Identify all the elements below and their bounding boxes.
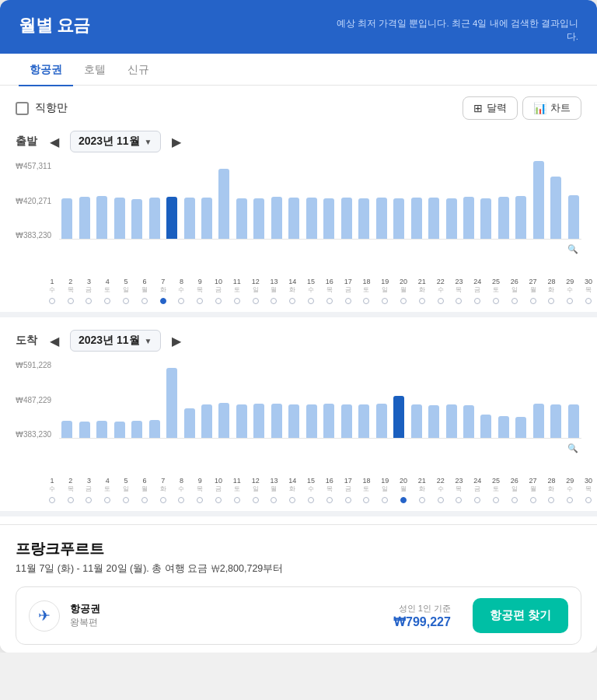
dot-wrap[interactable] xyxy=(451,298,468,304)
dot-wrap[interactable] xyxy=(340,497,357,503)
dot-wrap[interactable] xyxy=(229,298,246,304)
chart-dot[interactable] xyxy=(160,298,166,304)
chart-dot[interactable] xyxy=(49,298,55,304)
chart-dot[interactable] xyxy=(493,497,499,503)
chart-dot[interactable] xyxy=(511,497,518,503)
dot-wrap[interactable] xyxy=(191,497,208,503)
bar-wrap[interactable] xyxy=(181,198,197,239)
depart-month-selector[interactable]: 2023년 11월 ▼ xyxy=(70,131,161,152)
bar-wrap[interactable] xyxy=(234,198,250,239)
dot-wrap[interactable] xyxy=(432,298,449,304)
dot-wrap[interactable] xyxy=(358,298,375,304)
dot-wrap[interactable] xyxy=(414,497,431,503)
dot-wrap[interactable] xyxy=(284,497,301,503)
chart-dot[interactable] xyxy=(530,497,536,503)
bar-wrap[interactable] xyxy=(478,415,494,438)
dot-wrap[interactable] xyxy=(117,497,134,503)
chart-dot[interactable] xyxy=(289,298,295,304)
bar-wrap[interactable] xyxy=(373,198,389,239)
chart-dot[interactable] xyxy=(104,298,110,304)
bar-wrap[interactable] xyxy=(304,198,319,239)
dot-wrap[interactable] xyxy=(155,298,172,304)
chart-dot[interactable] xyxy=(160,497,166,503)
chart-dot[interactable] xyxy=(86,298,92,304)
bar-wrap[interactable] xyxy=(269,197,285,239)
bar-wrap[interactable] xyxy=(426,198,442,239)
dot-wrap[interactable] xyxy=(321,298,338,304)
chart-dot[interactable] xyxy=(363,298,369,304)
chart-dot[interactable] xyxy=(400,497,407,503)
chart-dot[interactable] xyxy=(326,298,333,304)
chart-dot[interactable] xyxy=(456,497,462,503)
dot-wrap[interactable] xyxy=(44,497,61,503)
chart-dot[interactable] xyxy=(511,298,518,304)
bar-wrap[interactable] xyxy=(304,404,319,438)
bar-wrap[interactable] xyxy=(199,198,215,239)
bar-wrap[interactable] xyxy=(76,197,92,239)
dot-wrap[interactable] xyxy=(62,298,79,304)
bar-wrap[interactable] xyxy=(496,416,511,438)
dot-wrap[interactable] xyxy=(117,298,134,304)
bar-wrap[interactable] xyxy=(164,197,180,239)
chart-dot[interactable] xyxy=(271,298,277,304)
chart-dot[interactable] xyxy=(253,497,259,503)
chart-dot[interactable] xyxy=(438,298,444,304)
bar-wrap[interactable] xyxy=(548,404,564,438)
dot-wrap[interactable] xyxy=(302,497,319,503)
chart-view-button[interactable]: 📊 차트 xyxy=(522,96,581,120)
find-flights-button[interactable]: 항공편 찾기 xyxy=(473,598,568,633)
tab-flights[interactable]: 항공권 xyxy=(19,54,73,86)
dot-wrap[interactable] xyxy=(136,497,153,503)
bar-wrap[interactable] xyxy=(531,404,546,438)
dot-wrap[interactable] xyxy=(358,497,375,503)
dot-wrap[interactable] xyxy=(580,497,597,503)
arrive-next-month[interactable]: ▶ xyxy=(167,332,186,350)
chart-dot[interactable] xyxy=(68,298,74,304)
bar-wrap[interactable] xyxy=(59,421,75,438)
bar-wrap[interactable] xyxy=(373,404,389,438)
bar-wrap[interactable] xyxy=(286,198,302,239)
bar-wrap[interactable] xyxy=(513,196,529,239)
dot-wrap[interactable] xyxy=(99,298,116,304)
chart-dot[interactable] xyxy=(326,497,333,503)
chart-dot[interactable] xyxy=(382,298,388,304)
chart-dot[interactable] xyxy=(585,497,592,503)
chart-dot[interactable] xyxy=(289,497,295,503)
chart-dot[interactable] xyxy=(382,497,388,503)
chart-dot[interactable] xyxy=(104,497,110,503)
chart-dot[interactable] xyxy=(197,298,203,304)
bar-wrap[interactable] xyxy=(356,404,372,438)
dot-wrap[interactable] xyxy=(173,497,190,503)
dot-wrap[interactable] xyxy=(62,497,79,503)
bar-wrap[interactable] xyxy=(251,198,267,239)
bar-wrap[interactable] xyxy=(251,404,267,438)
dot-wrap[interactable] xyxy=(191,298,208,304)
bar-wrap[interactable] xyxy=(408,198,424,239)
bar-wrap[interactable] xyxy=(146,420,162,438)
chart-dot[interactable] xyxy=(567,497,573,503)
bar-wrap[interactable] xyxy=(339,404,354,438)
chart-dot[interactable] xyxy=(234,497,240,503)
dot-wrap[interactable] xyxy=(340,298,357,304)
tab-new[interactable]: 신규 xyxy=(117,54,160,86)
arrive-month-selector[interactable]: 2023년 11월 ▼ xyxy=(70,330,161,352)
bar-wrap[interactable] xyxy=(339,198,354,239)
bar-wrap[interactable] xyxy=(111,198,127,239)
arrive-search-icon[interactable]: 🔍 xyxy=(567,443,578,453)
chart-dot[interactable] xyxy=(215,298,222,304)
chart-dot[interactable] xyxy=(178,497,184,503)
dot-wrap[interactable] xyxy=(99,497,116,503)
dot-wrap[interactable] xyxy=(247,298,264,304)
chart-dot[interactable] xyxy=(215,497,222,503)
dot-wrap[interactable] xyxy=(266,298,283,304)
tab-hotels[interactable]: 호텔 xyxy=(73,54,117,86)
bar-wrap[interactable] xyxy=(94,196,110,239)
chart-dot[interactable] xyxy=(363,497,369,503)
chart-dot[interactable] xyxy=(49,497,55,503)
bar-wrap[interactable] xyxy=(111,422,127,438)
dot-wrap[interactable] xyxy=(266,497,283,503)
bar-wrap[interactable] xyxy=(356,198,372,239)
dot-wrap[interactable] xyxy=(451,497,468,503)
bar-wrap[interactable] xyxy=(164,368,180,438)
dot-wrap[interactable] xyxy=(469,497,486,503)
